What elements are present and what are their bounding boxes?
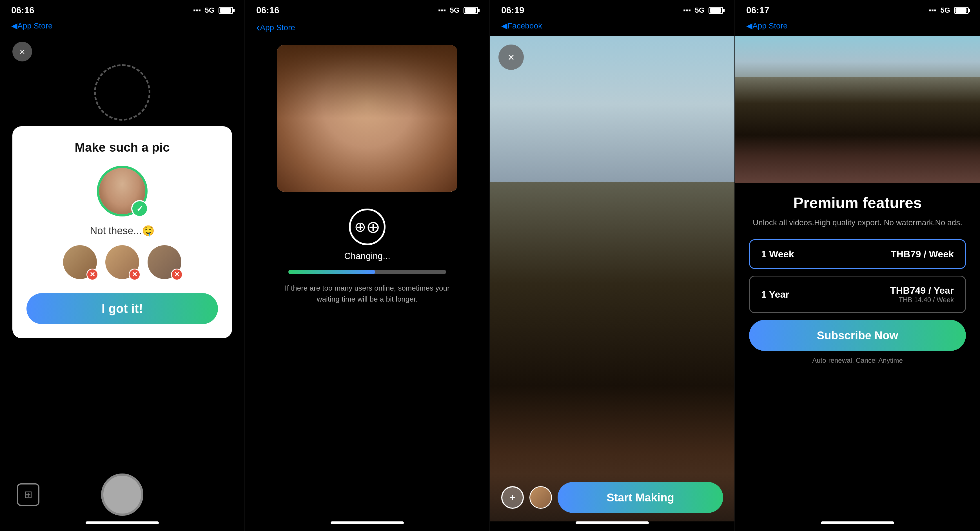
loading-icon: ⊕ <box>349 209 385 245</box>
status-bar-4: 06:17 ▪▪▪ 5G <box>735 0 980 18</box>
gallery-icon[interactable]: ⊞ <box>17 483 40 506</box>
red-x-2: ✕ <box>129 269 140 281</box>
instruction-card: Make such a pic ✓ Not these...🤤 ✕ ✕ <box>13 126 232 338</box>
nav-label-3: Facebook <box>508 21 542 30</box>
content-area-2: ⊕ Changing... If there are too many user… <box>245 40 490 521</box>
signal-icons-1: ▪▪▪ 5G <box>193 6 233 15</box>
time-3: 06:19 <box>501 5 524 16</box>
signal-icons-4: ▪▪▪ 5G <box>929 6 969 15</box>
signal-icon-4: ▪▪▪ <box>929 6 937 15</box>
auto-renewal-text: Auto-renewal, Cancel Anytime <box>812 357 903 364</box>
nav-label-4: App Store <box>752 21 788 30</box>
dashed-circle-placeholder <box>94 64 150 121</box>
plan-year-price: THB749 / Year THB 14.40 / Week <box>890 285 954 304</box>
progress-fill <box>288 270 375 274</box>
nav-label-1: App Store <box>18 21 52 30</box>
network-label-3: 5G <box>695 6 705 15</box>
not-these-label: Not these...🤤 <box>90 225 154 237</box>
close-x-symbol-3: × <box>508 51 514 64</box>
battery-icon-4 <box>954 7 969 14</box>
got-it-button[interactable]: I got it! <box>27 293 218 324</box>
signal-icon-1: ▪▪▪ <box>193 6 201 15</box>
camera-bar: ⊞ <box>0 468 245 521</box>
progress-bar <box>288 270 446 274</box>
close-button-3[interactable]: × <box>498 45 524 70</box>
red-x-3: ✕ <box>171 269 183 281</box>
wait-text: If there are too many users online, some… <box>256 283 478 305</box>
plan-year-label: 1 Year <box>761 289 789 300</box>
loading-symbol: ⊕ <box>354 219 366 235</box>
premium-subtitle: Unlock all videos.High quality export. N… <box>753 217 962 228</box>
back-arrow-4: ◀ <box>746 21 752 30</box>
add-icon: + <box>509 491 515 504</box>
close-button-1[interactable]: × <box>13 42 32 61</box>
premium-photo <box>735 36 980 183</box>
full-photo-area: × + Start Making <box>490 36 735 521</box>
bad-avatar-2: ✕ <box>105 245 139 279</box>
plan-year-card[interactable]: 1 Year THB749 / Year THB 14.40 / Week <box>749 276 966 313</box>
overlay-bar-3: + Start Making <box>490 474 735 521</box>
signal-icon-2: ▪▪▪ <box>438 6 446 15</box>
plan-week-label: 1 Week <box>761 249 794 260</box>
time-4: 06:17 <box>746 5 769 16</box>
status-bar-2: 06:16 ▪▪▪ 5G <box>245 0 490 18</box>
status-bar-1: 06:16 ▪▪▪ 5G <box>0 0 245 18</box>
add-button[interactable]: + <box>501 486 524 509</box>
network-label-1: 5G <box>205 6 215 15</box>
home-indicator-3 <box>576 521 649 524</box>
back-arrow-1: ◀ <box>11 21 18 30</box>
woman-photo <box>490 36 735 521</box>
status-bar-3: 06:19 ▪▪▪ 5G <box>490 0 735 18</box>
gallery-symbol: ⊞ <box>24 489 32 501</box>
signal-icons-2: ▪▪▪ 5G <box>438 6 478 15</box>
red-x-1: ✕ <box>86 269 98 281</box>
premium-title: Premium features <box>793 194 922 211</box>
signal-icon-3: ▪▪▪ <box>683 6 691 15</box>
network-label-4: 5G <box>940 6 950 15</box>
back-arrow-2[interactable]: ‹ <box>256 21 260 34</box>
nav-bar-1: ◀ App Store <box>0 18 245 36</box>
home-indicator-1 <box>86 521 159 524</box>
bad-avatar-3: ✕ <box>148 245 181 279</box>
phone-panel-3: 06:19 ▪▪▪ 5G ◀ Facebook × + Star <box>490 0 735 531</box>
user-avatar-small <box>530 486 552 509</box>
subscribe-button[interactable]: Subscribe Now <box>749 320 966 351</box>
plan-year-main-price: THB749 / Year <box>890 285 954 296</box>
nav-bar-3: ◀ Facebook <box>490 18 735 36</box>
plan-year-sub-price: THB 14.40 / Week <box>890 296 954 304</box>
phone-panel-1: 06:16 ▪▪▪ 5G ◀ App Store × Make such a p… <box>0 0 245 531</box>
plan-week-main-price: THB79 / Week <box>891 249 954 260</box>
battery-icon-1 <box>218 7 233 14</box>
battery-icon-3 <box>708 7 723 14</box>
bad-avatar-1: ✕ <box>63 245 97 279</box>
battery-icon-2 <box>463 7 478 14</box>
plan-week-card[interactable]: 1 Week THB79 / Week <box>749 239 966 269</box>
signal-icons-3: ▪▪▪ 5G <box>683 6 723 15</box>
nav-bar-2: ‹ App Store <box>245 18 490 40</box>
back-arrow-3: ◀ <box>501 21 508 30</box>
phone-panel-4: 06:17 ▪▪▪ 5G ◀ App Store × Premium featu… <box>735 0 980 531</box>
changing-text: Changing... <box>344 251 390 261</box>
time-2: 06:16 <box>256 5 279 16</box>
bad-avatars-row: ✕ ✕ ✕ <box>63 245 181 279</box>
home-indicator-2 <box>331 521 404 524</box>
check-badge: ✓ <box>131 200 148 217</box>
content-area-1: × Make such a pic ✓ Not these...🤤 ✕ <box>0 36 245 468</box>
premium-content: Premium features Unlock all videos.High … <box>735 183 980 521</box>
plan-week-price: THB79 / Week <box>891 249 954 260</box>
good-avatar: ✓ <box>97 166 148 217</box>
network-label-2: 5G <box>450 6 460 15</box>
card-title: Make such a pic <box>75 140 170 155</box>
face-image <box>277 45 457 192</box>
phone-panel-2: 06:16 ▪▪▪ 5G ‹ App Store ⊕ Changing... <box>245 0 490 531</box>
shutter-button[interactable] <box>101 474 143 516</box>
home-indicator-4 <box>821 521 894 524</box>
start-making-button[interactable]: Start Making <box>558 482 723 513</box>
face-silhouette <box>277 45 457 192</box>
time-1: 06:16 <box>11 5 34 16</box>
nav-bar-4: ◀ App Store <box>735 18 980 36</box>
nav-label-2: App Store <box>260 23 295 32</box>
